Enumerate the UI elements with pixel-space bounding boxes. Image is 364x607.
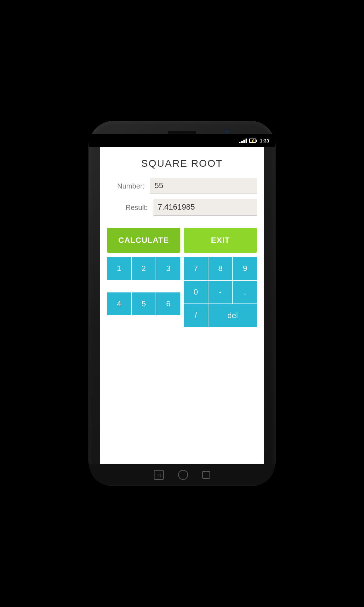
result-field: 7.4161985 [153,199,257,216]
calculate-button[interactable]: CALCULATE [107,228,180,253]
app-screen: SQUARE ROOT Number: Result: 7.4161985 CA… [100,147,264,464]
home-button[interactable] [178,470,188,480]
result-row: Result: 7.4161985 [107,199,257,216]
charging-icon: ⚡ [251,139,255,143]
phone-device: ⚡ 1:33 SQUARE ROOT Number: Result: 7.416… [89,121,275,486]
number-row: Number: [107,178,257,194]
key-7[interactable]: 7 [184,257,208,280]
signal-indicator [239,138,247,143]
result-label: Result: [107,204,153,212]
recent-apps-button[interactable] [202,471,210,479]
phone-camera [224,129,228,134]
exit-button[interactable]: EXIT [184,228,257,253]
number-input[interactable] [150,178,257,194]
key-3[interactable]: 3 [156,257,180,280]
key-9[interactable]: 9 [233,257,257,280]
key-2[interactable]: 2 [132,257,156,280]
key-6[interactable]: 6 [156,292,180,315]
key-minus[interactable]: - [208,281,232,304]
key-8[interactable]: 8 [208,257,232,280]
keypad: 1 2 3 4 5 6 7 8 9 0 - . / del [107,257,257,327]
back-button[interactable]: ◁ [154,470,164,480]
status-bar: ⚡ 1:33 [89,134,275,147]
key-slash[interactable]: / [184,304,208,327]
key-dot[interactable]: . [233,281,257,304]
action-buttons: CALCULATE EXIT [107,228,257,253]
key-0[interactable]: 0 [184,281,208,304]
phone-navigation-bar: ◁ [89,464,275,486]
key-4[interactable]: 4 [107,292,131,315]
key-5[interactable]: 5 [132,292,156,315]
battery-indicator: ⚡ [249,139,256,143]
phone-speaker [168,131,196,134]
keypad-left: 1 2 3 4 5 6 [107,257,180,327]
key-1[interactable]: 1 [107,257,131,280]
app-title: SQUARE ROOT [107,158,257,169]
status-time: 1:33 [260,138,269,144]
number-label: Number: [107,182,150,190]
app-content: SQUARE ROOT Number: Result: 7.4161985 CA… [100,147,264,464]
key-del[interactable]: del [208,304,257,327]
keypad-right: 7 8 9 0 - . / del [184,257,257,327]
